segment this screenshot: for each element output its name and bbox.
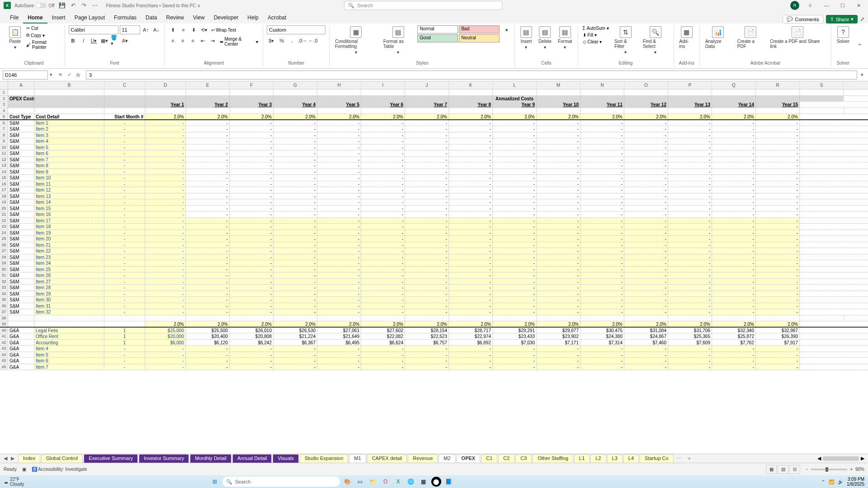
orientation-icon[interactable]: ⟲▾ — [200, 25, 209, 34]
cell[interactable]: - — [712, 248, 756, 254]
cell[interactable]: - — [186, 211, 230, 217]
cell[interactable]: - — [274, 206, 317, 211]
cell[interactable]: - — [756, 175, 800, 181]
cell[interactable]: - — [756, 169, 800, 175]
cell[interactable]: - — [230, 187, 274, 193]
cell[interactable]: $7,917 — [756, 340, 800, 346]
row-header[interactable]: 8 — [0, 132, 8, 138]
cell[interactable]: - — [712, 199, 756, 205]
cell[interactable]: - — [230, 211, 274, 217]
cell[interactable]: - — [405, 254, 449, 260]
cell[interactable]: - — [537, 169, 580, 175]
cell[interactable]: Item 6 — [34, 358, 104, 364]
cell[interactable]: - — [624, 236, 668, 242]
cell[interactable]: - — [493, 157, 537, 163]
cell[interactable] — [186, 315, 230, 321]
cell[interactable]: - — [449, 248, 493, 254]
cell[interactable]: - — [756, 163, 800, 169]
cell[interactable]: - — [361, 297, 405, 303]
cell[interactable]: - — [104, 199, 145, 205]
row-header[interactable]: 9 — [0, 138, 8, 144]
cell[interactable]: - — [405, 358, 449, 364]
row-header[interactable]: 2 — [0, 96, 8, 102]
column-header-F[interactable]: F — [230, 81, 274, 89]
cell[interactable]: - — [580, 309, 624, 315]
cell[interactable]: - — [317, 187, 361, 193]
cell[interactable]: - — [537, 291, 580, 297]
cell[interactable]: - — [449, 303, 493, 309]
cell[interactable] — [230, 96, 274, 102]
cell[interactable] — [624, 108, 668, 114]
cell[interactable]: - — [104, 145, 145, 150]
cell[interactable]: - — [274, 224, 317, 230]
comma-icon[interactable]: , — [288, 36, 297, 45]
sheet-tab-global-control[interactable]: Global Control — [41, 454, 83, 463]
cell[interactable]: Year 11 — [580, 102, 624, 108]
row-header[interactable]: 7 — [0, 126, 8, 132]
cell[interactable] — [145, 89, 186, 95]
cell[interactable]: - — [449, 150, 493, 156]
row-header[interactable]: 23 — [0, 224, 8, 230]
cell[interactable]: Item 31 — [34, 303, 104, 309]
italic-button[interactable]: I — [79, 36, 88, 45]
sheet-tab-l1[interactable]: L1 — [574, 454, 590, 463]
cell[interactable]: - — [668, 267, 712, 272]
cell[interactable]: - — [104, 279, 145, 285]
cell[interactable]: - — [624, 120, 668, 126]
decrease-font-icon[interactable]: A↓ — [152, 25, 161, 34]
cell[interactable]: - — [756, 206, 800, 211]
create-pdf-button[interactable]: 📄Create a PDF — [736, 25, 766, 50]
cell[interactable]: - — [493, 297, 537, 303]
cell[interactable]: - — [756, 236, 800, 242]
cell[interactable]: - — [317, 267, 361, 272]
row-header[interactable]: 24 — [0, 230, 8, 236]
cell[interactable]: - — [580, 218, 624, 224]
style-good[interactable]: Good — [417, 34, 458, 42]
cell[interactable]: - — [274, 230, 317, 236]
cell[interactable]: - — [624, 260, 668, 266]
cell[interactable]: S&M — [8, 132, 34, 138]
cell[interactable]: - — [361, 132, 405, 138]
cell[interactable]: - — [104, 236, 145, 242]
cell[interactable]: - — [145, 193, 186, 199]
cell[interactable]: $21,649 — [317, 333, 361, 339]
sheet-tab-c2[interactable]: C2 — [498, 454, 514, 463]
view-page-break-icon[interactable]: ⊟ — [789, 465, 800, 474]
cell[interactable]: $27,602 — [361, 328, 405, 333]
cell[interactable]: - — [317, 218, 361, 224]
cell[interactable]: $29,291 — [493, 328, 537, 333]
view-page-layout-icon[interactable]: ▤ — [778, 465, 788, 474]
explorer-icon[interactable]: 📁 — [368, 477, 378, 487]
cell[interactable] — [712, 89, 756, 95]
cell[interactable]: - — [361, 138, 405, 144]
row-header[interactable]: 21 — [0, 211, 8, 217]
conditional-formatting-button[interactable]: ▦Conditional Formatting▾ — [333, 25, 378, 56]
redo-icon[interactable]: ↷ — [80, 1, 88, 9]
cell[interactable] — [274, 315, 317, 321]
cell[interactable]: - — [186, 224, 230, 230]
copy-button[interactable]: ⧉ Copy ▾ — [25, 32, 61, 38]
cell[interactable]: - — [104, 297, 145, 303]
cell[interactable]: - — [104, 346, 145, 352]
cell[interactable]: - — [317, 199, 361, 205]
cell[interactable]: - — [186, 364, 230, 370]
decrease-indent-icon[interactable]: ⇤ — [198, 36, 207, 45]
cell[interactable]: - — [317, 150, 361, 156]
cell[interactable]: - — [580, 242, 624, 248]
zoom-level[interactable]: 90% — [855, 467, 864, 472]
opera-icon[interactable]: O — [381, 477, 391, 487]
cell[interactable]: - — [274, 272, 317, 278]
cell[interactable] — [405, 108, 449, 114]
cell[interactable]: $7,762 — [712, 340, 756, 346]
cell[interactable]: - — [624, 279, 668, 285]
cell[interactable]: Item 4 — [34, 138, 104, 144]
cell[interactable]: - — [580, 120, 624, 126]
cell[interactable]: - — [145, 187, 186, 193]
cell[interactable]: - — [756, 297, 800, 303]
cell[interactable]: Item 11 — [34, 181, 104, 187]
cell[interactable]: - — [493, 181, 537, 187]
cell[interactable]: - — [449, 291, 493, 297]
cell[interactable]: 1 — [104, 328, 145, 333]
copilot-icon[interactable]: 🎨 — [343, 477, 353, 487]
cell[interactable] — [580, 315, 624, 321]
